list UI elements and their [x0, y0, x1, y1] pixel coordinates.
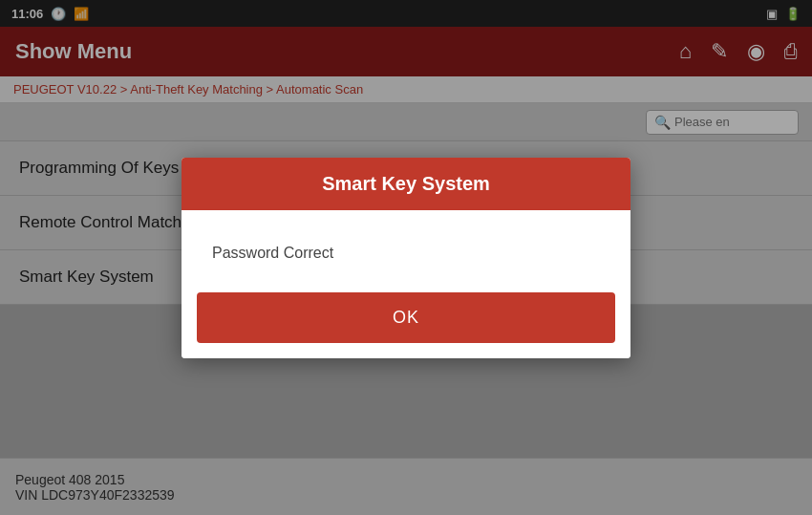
modal-body: Password Correct	[182, 210, 630, 292]
ok-button[interactable]: OK	[197, 292, 615, 343]
modal-footer: OK	[182, 292, 630, 358]
modal-header: Smart Key System	[182, 158, 630, 210]
modal-title: Smart Key System	[322, 173, 490, 194]
modal-overlay: Smart Key System Password Correct OK	[0, 0, 812, 515]
page-wrapper: 11:06 🕐 📶 ▣ 🔋 Show Menu ⌂ ✎ ◉ ⎙ PEUGEOT …	[0, 0, 812, 515]
modal-message: Password Correct	[212, 245, 333, 261]
modal-dialog: Smart Key System Password Correct OK	[182, 158, 630, 358]
